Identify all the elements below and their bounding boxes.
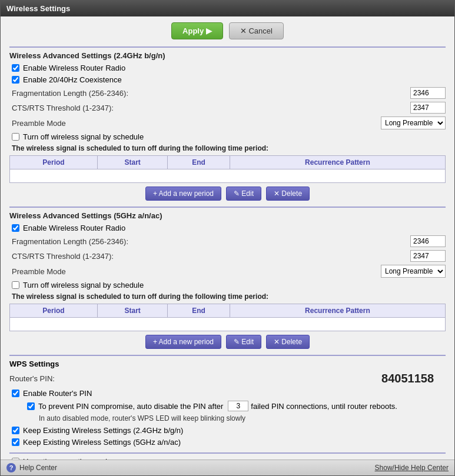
enable-radio-2-4ghz-label: Enable Wireless Router Radio	[23, 64, 125, 72]
enable-coexistence-label: Enable 20/40Hz Coexistence	[23, 75, 122, 84]
period-table-5ghz: Period Start End Recurrence Pattern	[9, 304, 446, 331]
delete-5ghz-button[interactable]: ✕ Delete	[266, 335, 310, 349]
wps-title: WPS Settings	[9, 360, 446, 368]
keep-existing-5-checkbox[interactable]	[12, 438, 19, 446]
col-start-5ghz: Start	[97, 304, 167, 318]
auto-disabled-label: In auto disabled mode, router's WPS LED …	[9, 414, 446, 422]
turn-off-5ghz-row: Turn off wireless signal by schedule	[9, 281, 446, 289]
window-title: Wireless Settings	[6, 4, 70, 13]
help-center-label: Help Center	[19, 464, 57, 472]
enable-radio-5ghz-row: Enable Wireless Router Radio	[9, 224, 446, 232]
cts-rts-5ghz-label: CTS/RTS Threshold (1-2347):	[12, 252, 410, 261]
cts-rts-5ghz-input[interactable]	[410, 250, 446, 262]
delete-2-4ghz-button[interactable]: ✕ Delete	[266, 187, 310, 201]
table-actions-5ghz: + Add a new period ✎ Edit ✕ Delete	[9, 335, 446, 349]
turn-off-2-4ghz-checkbox[interactable]	[12, 133, 19, 141]
prevent-pin-text-1: To prevent PIN compromise, auto disable …	[38, 402, 223, 411]
frag-length-2-4ghz-row: Fragmentation Length (256-2346):	[9, 87, 446, 99]
keep-existing-5-label: Keep Existing Wireless Settings (5GHz a/…	[23, 438, 181, 447]
add-period-2-4ghz-button[interactable]: + Add a new period	[145, 187, 221, 201]
frag-length-5ghz-input[interactable]	[410, 235, 446, 247]
enable-radio-2-4ghz-checkbox[interactable]	[12, 64, 19, 72]
enable-pin-row: Enable Router's PIN	[9, 389, 446, 398]
section-2-4ghz-title: Wireless Advanced Settings (2.4GHz b/g/n…	[9, 51, 446, 60]
col-start-2-4ghz: Start	[97, 156, 167, 169]
enable-radio-2-4ghz-row: Enable Wireless Router Radio	[9, 64, 446, 72]
col-end-2-4ghz: End	[168, 156, 230, 169]
title-bar: Wireless Settings	[1, 1, 454, 16]
router-pin-row: Router's PIN: 84051158	[9, 372, 446, 385]
preamble-5ghz-row: Preamble Mode Long Preamble Short Preamb…	[9, 265, 446, 278]
help-center-left: ? Help Center	[6, 463, 57, 472]
prevent-pin-text-2: failed PIN connections, until router reb…	[251, 402, 397, 411]
empty-row-2-4ghz	[10, 169, 446, 183]
keep-existing-24-label: Keep Existing Wireless Settings (2.4GHz …	[23, 426, 183, 435]
frag-length-5ghz-label: Fragmentation Length (256-2346):	[12, 237, 410, 246]
table-actions-2-4ghz: + Add a new period ✎ Edit ✕ Delete	[9, 187, 446, 201]
enable-pin-label: Enable Router's PIN	[23, 389, 92, 398]
turn-off-5ghz-label: Turn off wireless signal by schedule	[23, 281, 144, 289]
enable-radio-5ghz-checkbox[interactable]	[12, 224, 19, 232]
schedule-text-2-4ghz: The wireless signal is scheduled to turn…	[9, 144, 446, 152]
operation-mode-section: Use other operation mode	[9, 452, 446, 460]
col-period-2-4ghz: Period	[10, 156, 98, 169]
toolbar: Apply ▶ ✕ Cancel	[9, 22, 446, 39]
schedule-table-5ghz: Period Start End Recurrence Pattern	[9, 304, 446, 331]
frag-length-2-4ghz-label: Fragmentation Length (256-2346):	[12, 89, 410, 98]
show-hide-help-link[interactable]: Show/Hide Help Center	[375, 464, 449, 472]
apply-button[interactable]: Apply ▶	[171, 22, 223, 39]
preamble-5ghz-select[interactable]: Long Preamble Short Preamble Auto	[381, 265, 446, 278]
enable-radio-5ghz-label: Enable Wireless Router Radio	[23, 224, 125, 232]
keep-existing-5-row: Keep Existing Wireless Settings (5GHz a/…	[9, 438, 446, 447]
cts-rts-2-4ghz-input[interactable]	[410, 102, 446, 114]
edit-5ghz-button[interactable]: ✎ Edit	[226, 335, 261, 349]
enable-pin-checkbox[interactable]	[12, 390, 19, 397]
cts-rts-2-4ghz-label: CTS/RTS Threshold (1-2347):	[12, 104, 410, 112]
cts-rts-2-4ghz-row: CTS/RTS Threshold (1-2347):	[9, 102, 446, 114]
prevent-pin-count-input[interactable]	[228, 401, 248, 411]
col-end-5ghz: End	[168, 304, 230, 318]
period-table-2-4ghz: Period Start End Recurrence Pattern	[9, 155, 446, 183]
keep-existing-24-row: Keep Existing Wireless Settings (2.4GHz …	[9, 426, 446, 435]
col-recurrence-5ghz: Recurrence Pattern	[230, 304, 445, 318]
content-area: Apply ▶ ✕ Cancel Wireless Advanced Setti…	[1, 16, 454, 460]
prevent-pin-row: To prevent PIN compromise, auto disable …	[9, 401, 446, 411]
main-window: Wireless Settings Apply ▶ ✕ Cancel Wirel…	[0, 0, 455, 476]
bottom-bar: ? Help Center Show/Hide Help Center	[1, 460, 454, 475]
section-5ghz: Wireless Advanced Settings (5GHz a/n/ac)…	[9, 207, 446, 349]
edit-2-4ghz-button[interactable]: ✎ Edit	[226, 187, 261, 201]
preamble-2-4ghz-label: Preamble Mode	[12, 119, 381, 128]
wps-section: WPS Settings Router's PIN: 84051158 Enab…	[9, 355, 446, 447]
router-pin-value: 84051158	[381, 372, 434, 385]
col-period-5ghz: Period	[10, 304, 98, 318]
enable-coexistence-checkbox[interactable]	[12, 76, 19, 84]
preamble-2-4ghz-select[interactable]: Long Preamble Short Preamble Auto	[381, 116, 446, 129]
preamble-5ghz-label: Preamble Mode	[12, 267, 381, 276]
enable-coexistence-row: Enable 20/40Hz Coexistence	[9, 75, 446, 84]
section-2-4ghz: Wireless Advanced Settings (2.4GHz b/g/n…	[9, 46, 446, 201]
turn-off-2-4ghz-row: Turn off wireless signal by schedule	[9, 132, 446, 141]
router-pin-label: Router's PIN:	[9, 374, 381, 383]
frag-length-2-4ghz-input[interactable]	[410, 87, 446, 99]
add-period-5ghz-button[interactable]: + Add a new period	[145, 335, 221, 349]
col-recurrence-2-4ghz: Recurrence Pattern	[230, 156, 445, 169]
turn-off-2-4ghz-label: Turn off wireless signal by schedule	[23, 132, 144, 141]
keep-existing-24-checkbox[interactable]	[12, 427, 19, 434]
frag-length-5ghz-row: Fragmentation Length (256-2346):	[9, 235, 446, 247]
prevent-pin-checkbox[interactable]	[27, 402, 35, 410]
cancel-button[interactable]: ✕ Cancel	[229, 22, 284, 39]
schedule-text-5ghz: The wireless signal is scheduled to turn…	[9, 292, 446, 301]
turn-off-5ghz-checkbox[interactable]	[12, 281, 19, 289]
schedule-table-2-4ghz: Period Start End Recurrence Pattern	[9, 155, 446, 183]
section-5ghz-title: Wireless Advanced Settings (5GHz a/n/ac)	[9, 211, 446, 220]
preamble-2-4ghz-row: Preamble Mode Long Preamble Short Preamb…	[9, 116, 446, 129]
cts-rts-5ghz-row: CTS/RTS Threshold (1-2347):	[9, 250, 446, 262]
help-icon: ?	[6, 463, 16, 472]
empty-row-5ghz	[10, 318, 446, 331]
